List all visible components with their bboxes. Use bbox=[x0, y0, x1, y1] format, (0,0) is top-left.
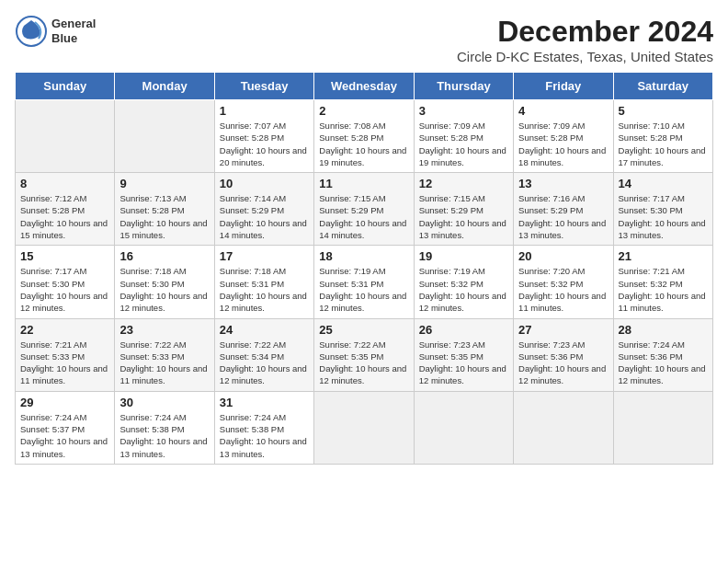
location-title: Circle D-KC Estates, Texas, United State… bbox=[457, 49, 713, 64]
day-info: Sunrise: 7:15 AMSunset: 5:29 PMDaylight:… bbox=[419, 192, 508, 241]
calendar-day-cell: 30Sunrise: 7:24 AMSunset: 5:38 PMDayligh… bbox=[115, 391, 214, 464]
logo: General Blue bbox=[15, 15, 96, 48]
logo-text: General Blue bbox=[51, 17, 96, 45]
day-number: 14 bbox=[619, 177, 708, 190]
calendar-day-cell: 16Sunrise: 7:18 AMSunset: 5:30 PMDayligh… bbox=[115, 246, 214, 318]
calendar-day-cell: 14Sunrise: 7:17 AMSunset: 5:30 PMDayligh… bbox=[613, 173, 712, 246]
weekday-header-cell: Thursday bbox=[414, 73, 513, 100]
title-area: December 2024 Circle D-KC Estates, Texas… bbox=[457, 15, 713, 64]
day-number: 10 bbox=[220, 177, 309, 190]
day-info: Sunrise: 7:21 AMSunset: 5:32 PMDaylight:… bbox=[619, 265, 708, 314]
calendar-day-cell: 20Sunrise: 7:20 AMSunset: 5:32 PMDayligh… bbox=[514, 246, 613, 318]
day-number: 21 bbox=[619, 249, 708, 263]
calendar-day-cell: 18Sunrise: 7:19 AMSunset: 5:31 PMDayligh… bbox=[314, 246, 414, 318]
day-number: 20 bbox=[518, 249, 608, 263]
calendar-day-cell: 22Sunrise: 7:21 AMSunset: 5:33 PMDayligh… bbox=[16, 318, 115, 391]
calendar-day-cell: 25Sunrise: 7:22 AMSunset: 5:35 PMDayligh… bbox=[314, 318, 414, 391]
day-number: 28 bbox=[619, 323, 708, 337]
day-info: Sunrise: 7:23 AMSunset: 5:36 PMDaylight:… bbox=[518, 339, 608, 387]
calendar-day-cell: 31Sunrise: 7:24 AMSunset: 5:38 PMDayligh… bbox=[214, 391, 313, 464]
calendar-day-cell: 12Sunrise: 7:15 AMSunset: 5:29 PMDayligh… bbox=[414, 173, 513, 246]
day-number: 17 bbox=[220, 249, 309, 263]
day-info: Sunrise: 7:17 AMSunset: 5:30 PMDaylight:… bbox=[20, 265, 109, 314]
day-info: Sunrise: 7:07 AMSunset: 5:28 PMDaylight:… bbox=[220, 120, 309, 168]
calendar-day-cell: 10Sunrise: 7:14 AMSunset: 5:29 PMDayligh… bbox=[214, 173, 313, 246]
calendar-day-cell: 8Sunrise: 7:12 AMSunset: 5:28 PMDaylight… bbox=[16, 173, 115, 246]
day-number: 15 bbox=[20, 249, 109, 263]
day-number: 5 bbox=[619, 104, 708, 118]
day-info: Sunrise: 7:24 AMSunset: 5:37 PMDaylight:… bbox=[20, 411, 109, 460]
calendar-week-row: 22Sunrise: 7:21 AMSunset: 5:33 PMDayligh… bbox=[16, 318, 713, 391]
calendar-week-row: 15Sunrise: 7:17 AMSunset: 5:30 PMDayligh… bbox=[16, 246, 713, 318]
day-number: 19 bbox=[419, 249, 508, 263]
weekday-header-cell: Wednesday bbox=[314, 73, 414, 100]
calendar-day-cell bbox=[115, 100, 214, 173]
day-info: Sunrise: 7:08 AMSunset: 5:28 PMDaylight:… bbox=[319, 120, 408, 168]
weekday-header-cell: Friday bbox=[514, 73, 613, 100]
calendar-day-cell: 19Sunrise: 7:19 AMSunset: 5:32 PMDayligh… bbox=[414, 246, 513, 318]
calendar-day-cell: 5Sunrise: 7:10 AMSunset: 5:28 PMDaylight… bbox=[613, 100, 712, 173]
day-info: Sunrise: 7:22 AMSunset: 5:34 PMDaylight:… bbox=[220, 339, 309, 387]
day-number: 8 bbox=[20, 177, 109, 190]
calendar-day-cell bbox=[16, 100, 115, 173]
weekday-header-cell: Saturday bbox=[613, 73, 712, 100]
day-info: Sunrise: 7:22 AMSunset: 5:33 PMDaylight:… bbox=[119, 339, 209, 387]
day-info: Sunrise: 7:16 AMSunset: 5:29 PMDaylight:… bbox=[518, 192, 608, 241]
day-number: 3 bbox=[419, 104, 508, 118]
day-info: Sunrise: 7:14 AMSunset: 5:29 PMDaylight:… bbox=[220, 192, 309, 241]
calendar-week-row: 1Sunrise: 7:07 AMSunset: 5:28 PMDaylight… bbox=[16, 100, 713, 173]
day-info: Sunrise: 7:21 AMSunset: 5:33 PMDaylight:… bbox=[20, 339, 109, 387]
day-number: 11 bbox=[319, 177, 408, 190]
calendar-day-cell: 13Sunrise: 7:16 AMSunset: 5:29 PMDayligh… bbox=[514, 173, 613, 246]
calendar-table: SundayMondayTuesdayWednesdayThursdayFrid… bbox=[15, 72, 713, 465]
weekday-header-cell: Monday bbox=[115, 73, 214, 100]
calendar-day-cell: 26Sunrise: 7:23 AMSunset: 5:35 PMDayligh… bbox=[414, 318, 513, 391]
day-number: 26 bbox=[419, 323, 508, 337]
day-number: 23 bbox=[119, 323, 209, 337]
day-number: 2 bbox=[319, 104, 408, 118]
calendar-day-cell bbox=[514, 391, 613, 464]
calendar-day-cell: 15Sunrise: 7:17 AMSunset: 5:30 PMDayligh… bbox=[16, 246, 115, 318]
day-info: Sunrise: 7:23 AMSunset: 5:35 PMDaylight:… bbox=[419, 339, 508, 387]
day-number: 24 bbox=[220, 323, 309, 337]
day-number: 13 bbox=[518, 177, 608, 190]
day-number: 30 bbox=[119, 396, 209, 409]
day-number: 31 bbox=[220, 396, 309, 409]
calendar-day-cell bbox=[314, 391, 414, 464]
day-info: Sunrise: 7:20 AMSunset: 5:32 PMDaylight:… bbox=[518, 265, 608, 314]
day-number: 29 bbox=[20, 396, 109, 409]
day-info: Sunrise: 7:18 AMSunset: 5:31 PMDaylight:… bbox=[220, 265, 309, 314]
calendar-day-cell: 17Sunrise: 7:18 AMSunset: 5:31 PMDayligh… bbox=[214, 246, 313, 318]
day-number: 9 bbox=[119, 177, 209, 190]
calendar-day-cell: 3Sunrise: 7:09 AMSunset: 5:28 PMDaylight… bbox=[414, 100, 513, 173]
day-number: 22 bbox=[20, 323, 109, 337]
day-number: 12 bbox=[419, 177, 508, 190]
month-title: December 2024 bbox=[457, 15, 713, 49]
day-number: 27 bbox=[518, 323, 608, 337]
day-number: 4 bbox=[518, 104, 608, 118]
day-info: Sunrise: 7:22 AMSunset: 5:35 PMDaylight:… bbox=[319, 339, 408, 387]
day-number: 1 bbox=[220, 104, 309, 118]
calendar-day-cell: 4Sunrise: 7:09 AMSunset: 5:28 PMDaylight… bbox=[514, 100, 613, 173]
calendar-day-cell: 27Sunrise: 7:23 AMSunset: 5:36 PMDayligh… bbox=[514, 318, 613, 391]
day-info: Sunrise: 7:09 AMSunset: 5:28 PMDaylight:… bbox=[419, 120, 508, 168]
calendar-body: 1Sunrise: 7:07 AMSunset: 5:28 PMDaylight… bbox=[16, 100, 713, 465]
day-number: 18 bbox=[319, 249, 408, 263]
day-info: Sunrise: 7:17 AMSunset: 5:30 PMDaylight:… bbox=[619, 192, 708, 241]
day-info: Sunrise: 7:09 AMSunset: 5:28 PMDaylight:… bbox=[518, 120, 608, 168]
calendar-day-cell: 28Sunrise: 7:24 AMSunset: 5:36 PMDayligh… bbox=[613, 318, 712, 391]
weekday-header-cell: Tuesday bbox=[214, 73, 313, 100]
header: General Blue December 2024 Circle D-KC E… bbox=[15, 15, 713, 64]
calendar-day-cell: 21Sunrise: 7:21 AMSunset: 5:32 PMDayligh… bbox=[613, 246, 712, 318]
calendar-day-cell bbox=[414, 391, 513, 464]
day-info: Sunrise: 7:24 AMSunset: 5:38 PMDaylight:… bbox=[220, 411, 309, 460]
day-info: Sunrise: 7:19 AMSunset: 5:31 PMDaylight:… bbox=[319, 265, 408, 314]
day-info: Sunrise: 7:12 AMSunset: 5:28 PMDaylight:… bbox=[20, 192, 109, 241]
calendar-day-cell bbox=[613, 391, 712, 464]
calendar-day-cell: 11Sunrise: 7:15 AMSunset: 5:29 PMDayligh… bbox=[314, 173, 414, 246]
day-number: 16 bbox=[119, 249, 209, 263]
day-info: Sunrise: 7:24 AMSunset: 5:38 PMDaylight:… bbox=[119, 411, 209, 460]
calendar-day-cell: 29Sunrise: 7:24 AMSunset: 5:37 PMDayligh… bbox=[16, 391, 115, 464]
calendar-day-cell: 2Sunrise: 7:08 AMSunset: 5:28 PMDaylight… bbox=[314, 100, 414, 173]
logo-icon bbox=[15, 15, 48, 48]
